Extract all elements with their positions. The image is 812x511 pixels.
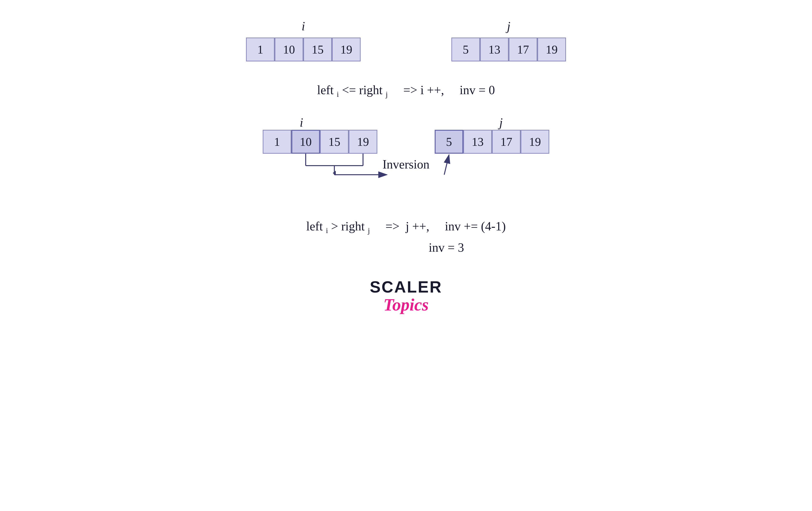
diagram-wrapper: i j 1 10 15 19 5 13 17 19 xyxy=(263,111,549,197)
left-bottom-cell-3: 19 xyxy=(349,130,377,154)
j-label-bottom: j xyxy=(499,115,503,130)
left-array-row-bottom: 1 10 15 19 xyxy=(263,130,377,154)
right-bottom-cell-0: 5 xyxy=(435,130,463,154)
left-bottom-cell-2: 15 xyxy=(320,130,349,154)
right-array-row-top: 5 13 17 19 xyxy=(452,37,566,61)
right-array-bottom: 5 13 17 19 xyxy=(435,130,549,154)
logo-section: SCALER Topics xyxy=(370,277,442,313)
left-array-label-top: i xyxy=(302,19,305,33)
top-arrays-section: i 1 10 15 19 j 5 13 17 19 xyxy=(246,19,566,61)
svg-marker-4 xyxy=(333,171,336,176)
left-cell-3: 19 xyxy=(332,37,360,61)
right-cell-3: 19 xyxy=(538,37,566,61)
left-cell-1: 10 xyxy=(274,37,303,61)
right-bottom-cell-1: 13 xyxy=(463,130,492,154)
right-cell-0: 5 xyxy=(452,37,480,61)
condition-2-line2: inv = 3 xyxy=(306,237,505,258)
right-cell-2: 17 xyxy=(509,37,538,61)
condition-2: left i > right j => j ++, inv += (4-1) i… xyxy=(306,216,505,258)
logo-scaler-text: SCALER xyxy=(370,277,442,296)
svg-line-6 xyxy=(444,155,449,175)
right-cell-1: 13 xyxy=(480,37,509,61)
right-array-label-top: j xyxy=(507,19,510,33)
right-bottom-cell-3: 19 xyxy=(521,130,549,154)
left-cell-2: 15 xyxy=(303,37,332,61)
main-container: i 1 10 15 19 j 5 13 17 19 left i <= righ… xyxy=(0,0,812,511)
left-bottom-cell-1: 10 xyxy=(291,130,320,154)
left-cell-0: 1 xyxy=(246,37,274,61)
i-label-bottom: i xyxy=(300,115,303,130)
left-array-bottom: 1 10 15 19 xyxy=(263,130,377,154)
left-array-group-top: i 1 10 15 19 xyxy=(246,19,360,61)
right-bottom-cell-2: 17 xyxy=(492,130,521,154)
logo-topics-text: Topics xyxy=(383,296,429,313)
inversion-svg xyxy=(263,111,549,197)
right-array-row-bottom: 5 13 17 19 xyxy=(435,130,549,154)
left-array-row-top: 1 10 15 19 xyxy=(246,37,360,61)
left-bottom-cell-0: 1 xyxy=(263,130,291,154)
right-array-group-top: j 5 13 17 19 xyxy=(452,19,566,61)
condition-1: left i <= right j => i ++, inv = 0 xyxy=(317,83,495,99)
condition-2-line1: left i > right j => j ++, inv += (4-1) xyxy=(306,216,505,237)
inversion-label: Inversion xyxy=(383,157,429,171)
condition-1-text: left i <= right j => i ++, inv = 0 xyxy=(317,83,495,99)
